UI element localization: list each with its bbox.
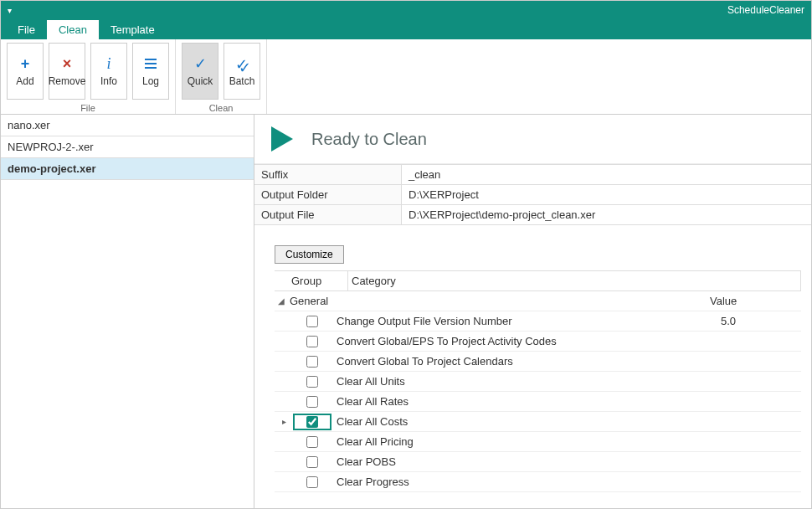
prop-output-folder: Output Folder D:\XERProject xyxy=(254,185,811,205)
check-icon: ✓ xyxy=(192,55,208,72)
file-item-newproj[interactable]: NEWPROJ-2-.xer xyxy=(1,136,254,158)
ribbon: + Add × Remove i Info Log File ✓ xyxy=(1,39,811,115)
option-label: Convert Global To Project Calendars xyxy=(331,355,717,368)
option-label: Clear All Units xyxy=(331,375,717,388)
svg-rect-2 xyxy=(145,67,157,69)
x-icon: × xyxy=(59,55,75,72)
ribbon-group-clean-label: Clean xyxy=(209,101,234,115)
grid-value-header: Value xyxy=(707,295,790,307)
menu-tabs: File Clean Template xyxy=(1,19,811,39)
grid-group-general[interactable]: ◢ General Value xyxy=(275,291,801,311)
checkbox-wrap xyxy=(293,316,331,327)
option-checkbox[interactable] xyxy=(306,356,318,368)
option-checkbox[interactable] xyxy=(306,476,318,488)
grid-group-general-label: General xyxy=(288,295,707,307)
prop-suffix-value[interactable]: _clean xyxy=(402,165,811,184)
file-item-nano[interactable]: nano.xer xyxy=(1,115,254,136)
prop-output-folder-value[interactable]: D:\XERProject xyxy=(402,185,811,204)
grid-row[interactable]: Clear All Rates xyxy=(275,392,801,412)
grid-row[interactable]: Change Output File Version Number5.0 xyxy=(275,311,801,332)
svg-marker-3 xyxy=(271,126,293,152)
option-label: Clear POBS xyxy=(331,455,717,468)
play-icon[interactable] xyxy=(268,125,296,153)
tab-template[interactable]: Template xyxy=(99,20,167,39)
ribbon-group-file-label: File xyxy=(80,101,95,115)
grid-row[interactable]: Clear All Units xyxy=(275,372,801,392)
option-label: Clear Progress xyxy=(331,476,717,488)
expand-icon[interactable]: ▸ xyxy=(275,417,293,426)
info-icon: i xyxy=(100,55,117,72)
checkbox-wrap xyxy=(293,414,331,430)
prop-suffix-label: Suffix xyxy=(254,165,402,184)
add-button[interactable]: + Add xyxy=(7,43,44,100)
grid-header: Group Category xyxy=(275,271,801,291)
multi-check-icon: ✓ ✓ xyxy=(234,55,250,72)
option-checkbox[interactable] xyxy=(306,396,318,408)
option-label: Clear All Pricing xyxy=(331,435,717,448)
log-button[interactable]: Log xyxy=(132,43,169,100)
prop-output-file: Output File D:\XERProject\demo-project_c… xyxy=(254,205,811,225)
customize-button[interactable]: Customize xyxy=(275,245,344,264)
ribbon-group-clean: ✓ Quick ✓ ✓ Batch Clean xyxy=(176,39,267,114)
option-label: Clear All Rates xyxy=(331,395,717,408)
prop-output-file-label: Output File xyxy=(254,205,402,224)
checkbox-wrap xyxy=(293,436,331,448)
grid-row[interactable]: Clear POBS xyxy=(275,452,801,472)
checkbox-wrap xyxy=(293,336,331,347)
grid-row[interactable]: Clear All Pricing xyxy=(275,432,801,452)
grid-row[interactable]: Convert Global To Project Calendars xyxy=(275,352,801,372)
file-item-demo[interactable]: demo-project.xer xyxy=(1,158,254,180)
collapse-icon[interactable]: ◢ xyxy=(275,296,288,306)
properties-table: Suffix _clean Output Folder D:\XERProjec… xyxy=(254,164,811,225)
option-checkbox[interactable] xyxy=(306,336,318,347)
checkbox-wrap xyxy=(293,396,331,408)
remove-button[interactable]: × Remove xyxy=(49,43,85,100)
prop-output-folder-label: Output Folder xyxy=(254,185,402,204)
info-button[interactable]: i Info xyxy=(90,43,127,100)
grid-header-group: Group xyxy=(288,271,348,290)
options-grid: Group Category ◢ General Value Change Ou… xyxy=(275,270,801,492)
add-button-label: Add xyxy=(16,75,33,87)
grid-row[interactable]: ▸Clear All Costs xyxy=(275,412,801,432)
grid-row[interactable]: Clear Progress xyxy=(275,472,801,492)
option-checkbox[interactable] xyxy=(306,416,318,428)
tab-clean[interactable]: Clean xyxy=(47,20,99,39)
batch-button[interactable]: ✓ ✓ Batch xyxy=(224,43,260,100)
option-value: 5.0 xyxy=(717,315,801,327)
checkbox-wrap xyxy=(293,376,331,388)
option-checkbox[interactable] xyxy=(306,436,318,448)
prop-output-file-value[interactable]: D:\XERProject\demo-project_clean.xer xyxy=(402,205,811,224)
file-list: nano.xer NEWPROJ-2-.xer demo-project.xer xyxy=(1,115,254,508)
grid-row[interactable]: Convert Global/EPS To Project Activity C… xyxy=(275,332,801,352)
option-label: Convert Global/EPS To Project Activity C… xyxy=(331,335,717,347)
info-button-label: Info xyxy=(100,75,117,87)
quick-button[interactable]: ✓ Quick xyxy=(182,43,218,100)
grid-header-category: Category xyxy=(348,271,801,290)
app-title: ScheduleCleaner xyxy=(727,4,804,16)
svg-rect-1 xyxy=(145,63,157,64)
log-button-label: Log xyxy=(142,75,159,87)
details-pane: Ready to Clean Suffix _clean Output Fold… xyxy=(254,115,811,508)
checkbox-wrap xyxy=(293,356,331,368)
checkbox-wrap xyxy=(293,456,331,468)
ribbon-group-file: + Add × Remove i Info Log File xyxy=(1,39,176,114)
prop-suffix: Suffix _clean xyxy=(254,165,811,185)
option-label: Clear All Costs xyxy=(331,415,717,428)
quick-button-label: Quick xyxy=(188,75,213,87)
log-icon xyxy=(142,55,159,72)
checkbox-wrap xyxy=(293,476,331,488)
option-checkbox[interactable] xyxy=(306,456,318,468)
tab-file[interactable]: File xyxy=(6,20,47,39)
qat-dropdown-icon[interactable] xyxy=(8,4,12,16)
option-label: Change Output File Version Number xyxy=(331,315,717,327)
option-checkbox[interactable] xyxy=(306,316,318,327)
plus-icon: + xyxy=(17,55,33,72)
remove-button-label: Remove xyxy=(49,75,86,87)
batch-button-label: Batch xyxy=(229,75,255,87)
ready-title: Ready to Clean xyxy=(311,130,427,149)
svg-rect-0 xyxy=(145,59,157,60)
option-checkbox[interactable] xyxy=(306,376,318,388)
